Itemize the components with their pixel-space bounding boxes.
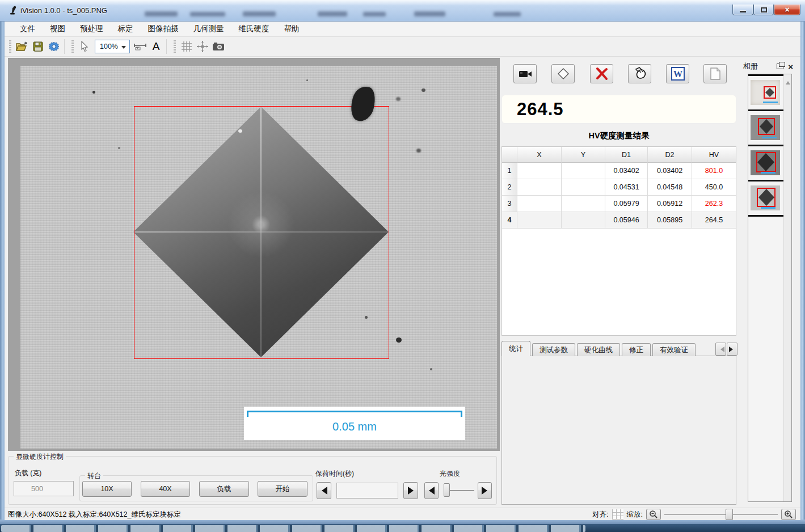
menu-view[interactable]: 视图 (44, 22, 71, 36)
svg-text:W: W (673, 69, 682, 79)
menu-help[interactable]: 帮助 (278, 22, 306, 36)
camera-capture-button[interactable] (210, 39, 226, 54)
zoom-slider[interactable] (664, 509, 778, 520)
measure-indent-button[interactable] (551, 64, 575, 83)
album-close-icon[interactable]: × (788, 62, 793, 71)
cell-x (517, 163, 562, 179)
video-camera-icon (519, 69, 532, 78)
tab-scroll-left-button[interactable] (715, 343, 726, 356)
menu-bar: 文件 视图 预处理 标定 图像拍摄 几何测量 维氏硬度 帮助 (5, 22, 800, 37)
title-bar[interactable]: iVision 1.0.0 - ts_005.PNG × (0, 0, 805, 22)
settings-button[interactable] (46, 39, 62, 54)
menu-image-capture[interactable]: 图像拍摄 (142, 22, 185, 36)
table-header-row: X Y D1 D2 HV (502, 147, 736, 163)
text-tool-button[interactable]: A (148, 39, 164, 54)
header-d2: D2 (648, 147, 692, 163)
toolbar-grip[interactable] (9, 40, 11, 53)
album-thumbnail[interactable] (748, 109, 783, 145)
album-thumbnail[interactable] (748, 74, 783, 109)
load-input[interactable]: 500 (14, 481, 74, 496)
table-row-selected[interactable]: 4 0.05946 0.05895 264.5 (502, 212, 736, 229)
thumbnail-image (751, 185, 780, 210)
new-document-button[interactable] (703, 64, 727, 83)
album-thumbnail[interactable] (748, 180, 783, 215)
open-button[interactable] (14, 39, 30, 54)
cursor-tool-button[interactable] (77, 39, 92, 54)
microscope-image[interactable]: 0.05 mm (20, 66, 497, 449)
album-scrollbar[interactable] (783, 74, 791, 501)
image-speck (422, 88, 425, 92)
button-start[interactable]: 开始 (258, 481, 307, 497)
album-list-end (748, 215, 783, 217)
hold-time-input[interactable] (336, 483, 398, 499)
button-load[interactable]: 负载 (199, 481, 249, 497)
album-list[interactable] (748, 74, 792, 502)
light-decrease-button[interactable] (424, 482, 439, 499)
save-button[interactable] (30, 39, 46, 54)
align-grid-icon[interactable] (612, 509, 623, 520)
cell-hv: 801.0 (692, 163, 736, 179)
row-index: 2 (502, 179, 517, 196)
tab-statistics[interactable]: 统计 (501, 341, 530, 356)
tab-hardening-curve[interactable]: 硬化曲线 (577, 343, 620, 356)
zoom-slider-track[interactable] (664, 514, 778, 515)
light-increase-button[interactable] (478, 482, 492, 499)
tab-validation[interactable]: 有效验证 (652, 343, 696, 356)
arrow-right-icon (729, 347, 736, 352)
menu-vickers-hardness[interactable]: 维氏硬度 (233, 22, 276, 36)
table-row[interactable]: 2 0.04531 0.04548 450.0 (502, 179, 736, 196)
image-viewer[interactable]: 0.05 mm (8, 58, 500, 451)
export-word-button[interactable]: W (666, 64, 689, 83)
zoom-level-combo[interactable]: 100% (95, 40, 130, 53)
windows-taskbar[interactable] (0, 524, 805, 532)
tab-scroll-right-button[interactable] (727, 343, 737, 356)
minimize-button[interactable] (732, 5, 753, 15)
button-10x[interactable]: 10X (82, 481, 132, 497)
video-capture-button[interactable] (513, 64, 537, 83)
tab-correction[interactable]: 修正 (622, 343, 651, 356)
results-table[interactable]: X Y D1 D2 HV 1 0.03402 0.03402 801.0 2 0… (501, 146, 736, 336)
menu-preprocess[interactable]: 预处理 (74, 22, 109, 36)
table-row[interactable]: 3 0.05979 0.05912 262.3 (502, 196, 736, 212)
album-thumbnail[interactable] (748, 145, 783, 180)
cell-y (562, 163, 605, 179)
close-button[interactable]: × (774, 5, 800, 15)
new-document-icon (710, 67, 720, 80)
results-title: HV硬度测量结果 (501, 130, 736, 141)
measure-tool-button[interactable] (132, 39, 148, 54)
image-speck (396, 337, 402, 343)
button-40x[interactable]: 40X (141, 481, 190, 497)
zoom-in-button[interactable] (781, 509, 796, 520)
word-export-icon: W (671, 67, 685, 81)
menu-file[interactable]: 文件 (14, 22, 41, 36)
table-row[interactable]: 1 0.03402 0.03402 801.0 (502, 163, 736, 179)
grid-icon (181, 41, 192, 52)
toolbar-grip[interactable] (174, 40, 176, 53)
delete-result-button[interactable] (590, 64, 613, 83)
hold-time-increase-button[interactable] (403, 482, 418, 499)
zoom-out-button[interactable] (646, 509, 661, 520)
menu-calibration[interactable]: 标定 (112, 22, 140, 36)
cell-x (517, 196, 562, 212)
align-target-button[interactable] (195, 39, 210, 54)
cell-y (562, 179, 605, 196)
album-header: 相册 × (741, 61, 795, 72)
zoom-slider-thumb[interactable] (726, 509, 733, 520)
maximize-icon (761, 7, 767, 12)
toolbar-grip[interactable] (71, 40, 74, 53)
taskbar-buttons[interactable] (1, 525, 585, 532)
status-bar: 图像大小:640X512 载入标定:640X512_维氏标定块标定 对齐: 缩放… (5, 508, 800, 520)
measurement-box[interactable] (134, 106, 389, 359)
light-slider-thumb[interactable] (444, 483, 450, 497)
cell-d2: 0.03402 (648, 163, 692, 179)
maximize-button[interactable] (753, 5, 774, 15)
hold-time-decrease-button[interactable] (317, 482, 331, 499)
float-panel-icon[interactable] (777, 64, 783, 69)
image-speck (430, 368, 432, 370)
diamond-icon (557, 67, 570, 80)
statistics-panel (501, 356, 736, 505)
drag-move-button[interactable] (628, 64, 651, 83)
tab-test-parameters[interactable]: 测试参数 (532, 343, 575, 356)
grid-tool-button[interactable] (179, 39, 195, 54)
menu-geometry-measure[interactable]: 几何测量 (187, 22, 230, 36)
